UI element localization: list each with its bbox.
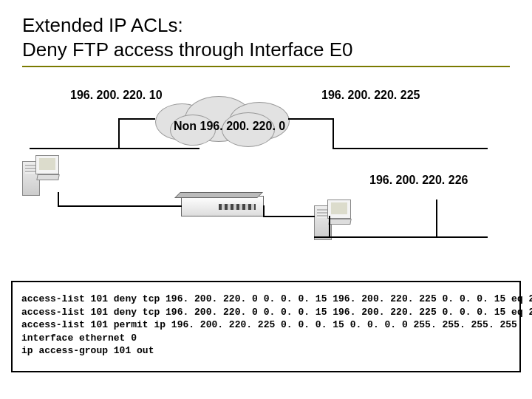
server-icon: [314, 200, 349, 240]
cloud-network-label: Non 196. 200. 220. 0: [174, 120, 285, 133]
acl-config-codeblock: access-list 101 deny tcp 196. 200. 220. …: [11, 281, 521, 372]
network-wire: [288, 118, 334, 120]
network-wire: [332, 148, 488, 149]
network-wire: [58, 192, 59, 207]
network-wire: [436, 200, 437, 238]
slide-title: Extended IP ACLs: Deny FTP access throug…: [22, 13, 510, 67]
network-wire: [58, 205, 182, 207]
acl-line: access-list 101 permit ip 196. 200. 220.…: [21, 319, 517, 330]
server-icon: [22, 155, 58, 196]
network-wire: [118, 118, 155, 120]
title-line-1: Extended IP ACLs:: [22, 14, 183, 36]
network-wire: [263, 216, 315, 217]
acl-line: interface ethernet 0: [21, 332, 137, 344]
network-wire: [332, 118, 334, 149]
acl-line: ip access-group 101 out: [21, 345, 154, 356]
ip-label-host-right-low: 196. 200. 220. 226: [369, 174, 468, 187]
ip-label-host-right-top: 196. 200. 220. 225: [321, 89, 420, 102]
network-wire: [314, 236, 488, 238]
acl-line: access-list 101 deny tcp 196. 200. 220. …: [21, 307, 532, 318]
network-wire: [30, 148, 200, 149]
network-wire: [118, 118, 120, 149]
switch-icon: [181, 196, 264, 216]
network-wire: [329, 216, 330, 238]
network-diagram: 196. 200. 220. 10 196. 200. 220. 225 196…: [22, 81, 510, 266]
ip-label-host-left: 196. 200. 220. 10: [70, 89, 163, 102]
acl-line: access-list 101 deny tcp 196. 200. 220. …: [21, 293, 532, 304]
title-line-2: Deny FTP access through Interface E0: [22, 38, 353, 61]
